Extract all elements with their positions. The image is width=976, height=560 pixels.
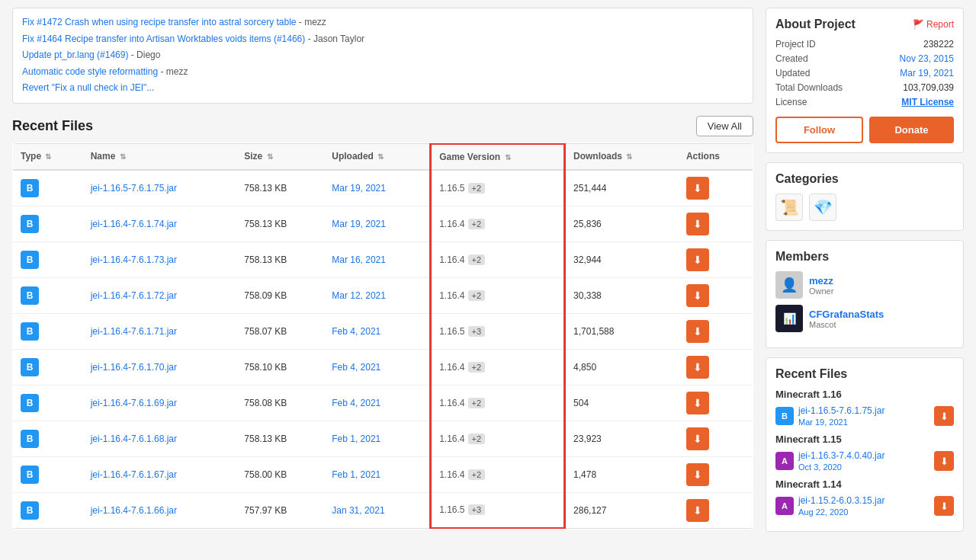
cell-name-9: jei-1.16.4-7.6.1.66.jar — [83, 492, 237, 528]
commit-link-1[interactable]: Fix #1472 Crash when using recipe transf… — [22, 17, 297, 27]
download-btn-0[interactable]: ⬇ — [686, 177, 709, 200]
report-label: Report — [926, 19, 954, 30]
view-all-button[interactable]: View All — [696, 116, 753, 136]
license-row: License MIT License — [775, 97, 954, 107]
date-link-6[interactable]: Feb 4, 2021 — [332, 398, 380, 408]
file-link-5[interactable]: jei-1.16.4-7.6.1.70.jar — [91, 362, 177, 373]
version-cell-1: 1.16.4 +2 — [439, 219, 556, 229]
cell-size-2: 758.13 KB — [236, 242, 324, 277]
file-link-1[interactable]: jei-1.16.4-7.6.1.74.jar — [91, 219, 177, 229]
download-btn-3[interactable]: ⬇ — [686, 284, 709, 307]
commit-link-2[interactable]: Fix #1464 Recipe transfer into Artisan W… — [22, 34, 305, 44]
downloads-value: 103,709,039 — [903, 82, 954, 93]
date-link-8[interactable]: Feb 1, 2021 — [332, 469, 380, 480]
donate-button[interactable]: Donate — [869, 117, 954, 143]
member-role-mezz: Owner — [809, 286, 833, 296]
date-link-4[interactable]: Feb 4, 2021 — [332, 326, 380, 337]
version-plus-0[interactable]: +2 — [468, 183, 486, 194]
download-btn-1[interactable]: ⬇ — [686, 213, 709, 235]
col-uploaded: Uploaded ⇅ — [324, 143, 430, 170]
version-cell-5: 1.16.4 +2 — [439, 362, 556, 373]
version-plus-7[interactable]: +2 — [468, 434, 486, 444]
commit-link-4[interactable]: Automatic code style reformatting — [22, 66, 158, 77]
follow-button[interactable]: Follow — [775, 117, 863, 143]
date-link-3[interactable]: Mar 12, 2021 — [332, 290, 386, 301]
version-plus-3[interactable]: +2 — [468, 290, 486, 301]
version-plus-1[interactable]: +2 — [468, 219, 486, 229]
sidebar-download-btn-3[interactable]: ⬇ — [934, 496, 954, 516]
sidebar-download-btn-2[interactable]: ⬇ — [934, 451, 954, 471]
date-link-7[interactable]: Feb 1, 2021 — [332, 434, 380, 444]
version-plus-5[interactable]: +2 — [468, 362, 486, 373]
type-badge-4: B — [21, 322, 39, 341]
date-link-2[interactable]: Mar 16, 2021 — [332, 254, 386, 265]
category-icon-1[interactable]: 📜 — [775, 194, 803, 221]
cell-size-5: 758.10 KB — [236, 349, 324, 385]
cell-actions-0: ⬇ — [679, 170, 753, 206]
members-title: Members — [775, 250, 954, 264]
version-plus-6[interactable]: +2 — [468, 398, 486, 408]
version-cell-4: 1.16.5 +3 — [439, 326, 556, 337]
download-btn-8[interactable]: ⬇ — [686, 463, 709, 486]
version-plus-4[interactable]: +3 — [468, 326, 486, 337]
col-name: Name ⇅ — [83, 143, 237, 170]
created-link[interactable]: Nov 23, 2015 — [900, 53, 954, 64]
member-info-cfgrafana: CFGrafanaStats Mascot — [809, 309, 884, 329]
cell-version-4: 1.16.5 +3 — [431, 313, 565, 349]
sidebar-filename-1[interactable]: jei-1.16.5-7.6.1.75.jar — [798, 405, 884, 416]
download-btn-9[interactable]: ⬇ — [686, 499, 709, 522]
file-link-0[interactable]: jei-1.16.5-7.6.1.75.jar — [91, 183, 177, 194]
sidebar-filename-2[interactable]: jei-1.16.3-7.4.0.40.jar — [798, 450, 884, 461]
sidebar-file-info-1: jei-1.16.5-7.6.1.75.jar Mar 19, 2021 — [798, 405, 884, 427]
report-link[interactable]: 🚩 Report — [913, 19, 954, 30]
cell-uploaded-0: Mar 19, 2021 — [324, 170, 430, 206]
download-btn-4[interactable]: ⬇ — [686, 320, 709, 343]
download-btn-7[interactable]: ⬇ — [686, 427, 709, 450]
download-btn-2[interactable]: ⬇ — [686, 248, 709, 271]
date-link-5[interactable]: Feb 4, 2021 — [332, 362, 380, 373]
member-item-mezz: 👤 mezz Owner — [775, 271, 954, 299]
files-table: Type ⇅ Name ⇅ Size ⇅ Uploaded ⇅ Game Ver… — [12, 142, 753, 530]
date-link-9[interactable]: Jan 31, 2021 — [332, 505, 384, 516]
download-btn-5[interactable]: ⬇ — [686, 356, 709, 379]
section-title: Recent Files — [12, 118, 93, 134]
version-tag-7: 1.16.4 — [439, 434, 464, 444]
col-actions: Actions — [679, 143, 753, 170]
file-link-4[interactable]: jei-1.16.4-7.6.1.71.jar — [91, 326, 177, 337]
date-link-1[interactable]: Mar 19, 2021 — [332, 219, 386, 229]
sidebar-filedate-3[interactable]: Aug 22, 2020 — [798, 507, 848, 517]
cell-name-7: jei-1.16.4-7.6.1.68.jar — [83, 421, 237, 456]
download-btn-6[interactable]: ⬇ — [686, 392, 709, 414]
date-link-0[interactable]: Mar 19, 2021 — [332, 183, 386, 194]
col-size: Size ⇅ — [236, 143, 324, 170]
commit-line-1: Fix #1472 Crash when using recipe transf… — [22, 14, 743, 31]
table-row: B jei-1.16.4-7.6.1.70.jar 758.10 KB Feb … — [13, 349, 753, 385]
file-link-7[interactable]: jei-1.16.4-7.6.1.68.jar — [91, 434, 177, 444]
license-link[interactable]: MIT License — [901, 97, 954, 107]
sidebar-download-btn-1[interactable]: ⬇ — [934, 406, 954, 426]
about-title: About Project — [775, 18, 856, 31]
sidebar-filename-3[interactable]: jei-1.15.2-6.0.3.15.jar — [798, 495, 884, 506]
category-icon-2[interactable]: 💎 — [809, 194, 836, 221]
version-tag-6: 1.16.4 — [439, 398, 464, 408]
cell-uploaded-6: Feb 4, 2021 — [324, 385, 430, 421]
file-link-3[interactable]: jei-1.16.4-7.6.1.72.jar — [91, 290, 177, 301]
commit-link-5[interactable]: Revert "Fix a null check in JEI"... — [22, 82, 154, 93]
sidebar-filedate-1[interactable]: Mar 19, 2021 — [798, 418, 848, 427]
version-plus-9[interactable]: +3 — [468, 504, 486, 515]
file-link-2[interactable]: jei-1.16.4-7.6.1.73.jar — [91, 254, 177, 265]
file-link-8[interactable]: jei-1.16.4-7.6.1.67.jar — [91, 469, 177, 480]
file-link-6[interactable]: jei-1.16.4-7.6.1.69.jar — [91, 398, 177, 408]
cell-downloads-1: 25,836 — [565, 206, 679, 242]
file-link-9[interactable]: jei-1.16.4-7.6.1.66.jar — [91, 505, 177, 516]
sidebar-filedate-2[interactable]: Oct 3, 2020 — [798, 462, 842, 472]
table-row: B jei-1.16.4-7.6.1.73.jar 758.13 KB Mar … — [13, 242, 753, 277]
commit-link-3[interactable]: Update pt_br.lang (#1469) — [22, 50, 128, 60]
type-badge-5: B — [21, 358, 39, 376]
version-plus-2[interactable]: +2 — [468, 254, 486, 265]
member-name-mezz[interactable]: mezz — [809, 275, 833, 286]
cell-type-2: B — [13, 242, 83, 277]
member-name-cfgrafana[interactable]: CFGrafanaStats — [809, 309, 884, 320]
version-plus-8[interactable]: +2 — [468, 469, 486, 480]
updated-link[interactable]: Mar 19, 2021 — [900, 68, 954, 78]
